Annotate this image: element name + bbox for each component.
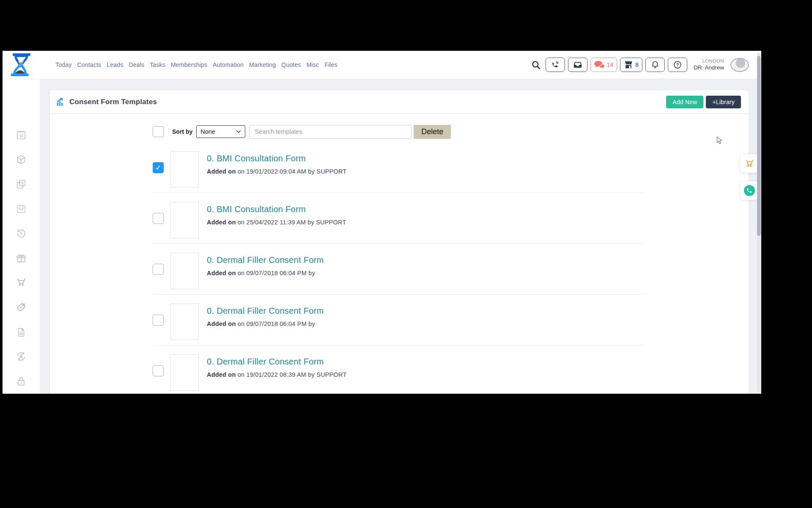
sidebar-item-appointments[interactable] [16,203,27,214]
delete-button[interactable]: Delete [414,125,451,139]
template-thumbnail[interactable] [170,202,199,238]
nav-item-misc[interactable]: Misc [307,61,319,68]
svg-text:12: 12 [19,134,23,138]
added-on-detail: on 19/01/2022 08:39 AM by SUPPORT [238,371,347,378]
app-window: TodayContactsLeadsDealsTasksMembershipsA… [3,51,761,394]
app-logo[interactable] [9,53,31,76]
template-thumbnail[interactable] [170,151,199,188]
shop-floating-button[interactable] [740,154,759,173]
cart-icon [16,277,27,288]
template-added-text: Added on on 09/07/2018 06:04 PM by [207,320,324,327]
user-menu[interactable]: LONDON DR. Andrew [694,58,724,71]
sidebar-item-reports[interactable] [16,327,27,338]
phone-button[interactable] [546,58,565,72]
template-thumbnail[interactable] [170,304,199,340]
template-title-link[interactable]: 0. BMI Consultation Form [207,154,347,163]
template-added-text: Added on on 19/01/2022 09:04 AM by SUPPO… [207,168,347,175]
sort-by-label: Sort by [172,128,192,135]
nav-item-quotes[interactable]: Quotes [281,61,301,68]
template-checkbox[interactable] [153,264,164,275]
hourglass-logo-icon [9,53,31,76]
sort-select-value: None [200,128,236,135]
package-icon [16,154,27,165]
sidebar-item-account[interactable] [16,351,27,362]
inbox-icon [573,60,582,69]
sidebar-item-duplicates[interactable] [16,179,27,190]
added-on-label: Added on [207,320,238,327]
template-text: 0. Dermal Filler Consent Form Added on o… [207,306,324,327]
nav-item-marketing[interactable]: Marketing [249,61,276,68]
sidebar-item-pricing[interactable] [16,302,27,313]
template-title-link[interactable]: 0. Dermal Filler Consent Form [207,306,324,316]
chat-bubbles-icon [594,61,605,69]
sidebar-item-gifts[interactable] [16,253,27,264]
search-templates-input[interactable] [249,125,411,139]
user-avatar[interactable] [730,58,749,72]
sidebar-item-calendar[interactable]: 12 [16,130,27,141]
template-row: 0. Dermal Filler Consent Form Added on o… [153,303,645,345]
card-header: Consent Form Templates Add New +Library [50,90,749,114]
search-icon[interactable] [531,60,541,70]
sidebar-item-security[interactable] [16,376,27,387]
svg-text:?: ? [676,63,679,67]
account-sync-icon [16,351,27,362]
template-checkbox[interactable] [153,315,164,326]
nav-item-today[interactable]: Today [55,61,71,68]
nav-item-contacts[interactable]: Contacts [77,61,101,68]
notifications-button[interactable] [645,58,665,72]
template-text: 0. Dermal Filler Consent Form Added on o… [207,357,347,378]
template-row: 0. BMI Consultation Form Added on on 19/… [153,150,645,193]
template-title-link[interactable]: 0. BMI Consultation Form [207,204,346,214]
template-added-text: Added on on 25/04/2022 11:39 AM by SUPPO… [207,219,346,226]
template-text: 0. BMI Consultation Form Added on on 25/… [207,204,346,226]
template-added-text: Added on on 19/01/2022 08:39 AM by SUPPO… [207,371,347,378]
left-sidebar: 12 [3,79,40,394]
nav-item-memberships[interactable]: Memberships [171,61,207,68]
template-checkbox[interactable] [153,365,164,376]
whatsapp-floating-button[interactable] [740,181,759,200]
added-on-label: Added on [207,168,238,175]
history-icon [16,228,27,239]
report-icon [16,327,27,338]
template-thumbnail[interactable] [170,354,199,391]
calendar-icon: 12 [16,130,27,141]
template-checkbox[interactable] [153,213,164,224]
sidebar-item-history[interactable] [16,228,27,239]
nav-item-files[interactable]: Files [324,61,337,68]
template-text: 0. Dermal Filler Consent Form Added on o… [207,255,324,276]
sidebar-item-shop[interactable] [16,277,27,288]
chat-button[interactable]: 14 [590,58,617,72]
store-button[interactable]: 8 [620,58,642,72]
store-count-badge: 8 [635,61,639,68]
template-row: 0. BMI Consultation Form Added on on 25/… [153,201,645,244]
chat-count-badge: 14 [607,61,614,68]
scrollbar-thumb[interactable] [757,56,761,236]
help-button[interactable]: ? [668,58,687,72]
template-thumbnail[interactable] [170,253,199,289]
template-title-link[interactable]: 0. Dermal Filler Consent Form [207,357,347,367]
nav-item-leads[interactable]: Leads [107,61,123,68]
add-new-button[interactable]: Add New [666,96,703,108]
select-all-checkbox[interactable] [153,126,164,137]
lock-icon [16,376,27,387]
library-button[interactable]: +Library [706,96,741,108]
inbox-button[interactable] [568,58,587,72]
template-added-text: Added on on 09/07/2018 06:04 PM by [207,270,324,276]
page-title: Consent Form Templates [69,98,157,106]
bell-icon [650,60,660,69]
sidebar-item-packages[interactable] [16,154,27,165]
template-checkbox[interactable] [153,162,164,173]
sort-select[interactable]: None [196,125,245,138]
chart-growth-icon [56,98,65,106]
nav-item-tasks[interactable]: Tasks [150,61,165,68]
template-title-link[interactable]: 0. Dermal Filler Consent Form [207,255,324,265]
filter-row: Sort by None Delete [153,124,451,139]
added-on-label: Added on [207,371,238,378]
nav-item-automation[interactable]: Automation [213,61,244,68]
added-on-label: Added on [207,270,238,276]
added-on-detail: on 25/04/2022 11:39 AM by SUPPORT [238,219,346,226]
template-row: 0. Dermal Filler Consent Form Added on o… [153,353,645,394]
nav-item-deals[interactable]: Deals [129,61,144,68]
header-actions: Add New +Library [666,96,741,108]
price-tag-icon [16,302,27,313]
